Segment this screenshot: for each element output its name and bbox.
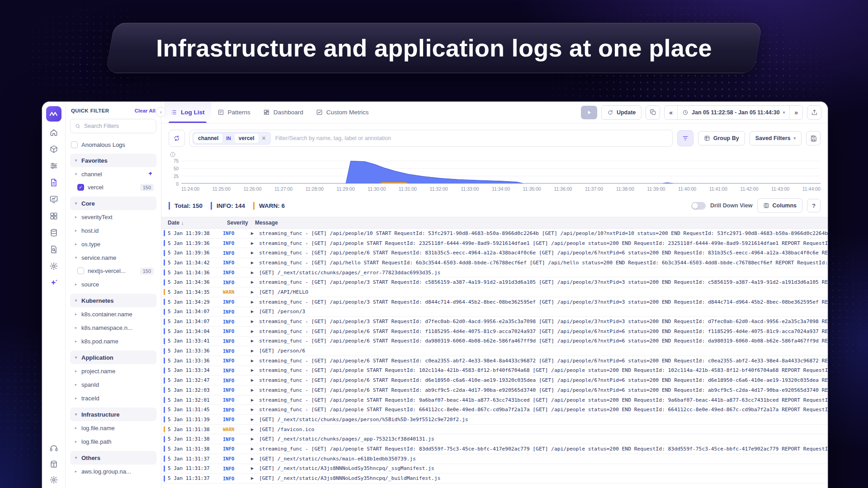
play-button[interactable] <box>581 106 597 119</box>
log-row[interactable]: 5 Jan 11:31:37INFO▶[GET] /_next/static/A… <box>161 464 828 474</box>
tab-dashboard[interactable]: Dashboard <box>257 102 310 123</box>
log-row[interactable]: 5 Jan 11:34:36INFO▶streaming_func - [GET… <box>161 277 828 287</box>
expand-row-icon[interactable]: ▶ <box>251 241 259 245</box>
log-row[interactable]: 5 Jan 11:39:36INFO▶streaming_func - [GET… <box>161 239 828 249</box>
log-row[interactable]: 5 Jan 11:31:37INFO▶[GET] /_next/static/c… <box>161 454 828 464</box>
expand-row-icon[interactable]: ▶ <box>251 339 259 343</box>
expand-row-icon[interactable]: ▶ <box>251 476 259 480</box>
filter-field-channel[interactable]: ▾channel <box>70 167 156 181</box>
expand-row-icon[interactable]: ▶ <box>251 437 259 441</box>
filter-chip-operator[interactable]: IN <box>222 134 235 142</box>
clear-all-link[interactable]: Clear All <box>135 108 156 113</box>
ai-sparkle-icon[interactable] <box>49 278 58 287</box>
help-button[interactable]: ? <box>807 199 821 212</box>
log-row[interactable]: 5 Jan 11:33:41INFO▶streaming_func - [GET… <box>161 337 828 347</box>
time-shift-back-button[interactable]: « <box>665 106 677 119</box>
filter-option-nextjs-vercel-[interactable]: nextjs-vercel...150 <box>70 264 156 277</box>
expand-row-icon[interactable]: ▶ <box>251 349 259 353</box>
expand-row-icon[interactable]: ▶ <box>251 457 259 461</box>
filter-section-infrastructure[interactable]: ▾Infrastructure <box>70 408 156 421</box>
date-column-header[interactable]: Date <box>168 220 179 226</box>
expand-row-icon[interactable]: ▶ <box>251 300 259 304</box>
expand-row-icon[interactable]: ▶ <box>251 329 259 333</box>
tab-log-list[interactable]: Log List <box>164 102 211 123</box>
settings-bottom-icon[interactable] <box>49 475 58 484</box>
home-icon[interactable] <box>49 128 58 137</box>
log-row[interactable]: 5 Jan 11:33:36INFO▶streaming_func - [GET… <box>161 356 828 366</box>
expand-row-icon[interactable]: ▶ <box>251 310 259 314</box>
columns-button[interactable]: Columns <box>757 198 802 213</box>
support-icon[interactable] <box>49 444 58 453</box>
filter-chip-value[interactable]: vercel <box>235 134 259 143</box>
log-row[interactable]: 5 Jan 11:34:35WARN▶[GET] /API/HELLO <box>161 287 828 297</box>
filter-field-service-name[interactable]: ▾service.name <box>70 251 156 264</box>
drill-down-toggle[interactable] <box>691 202 706 210</box>
log-row[interactable]: 5 Jan 11:34:04INFO▶streaming_func - [GET… <box>161 327 828 337</box>
anomalous-logs-checkbox[interactable] <box>71 141 78 148</box>
expand-row-icon[interactable]: ▶ <box>251 466 259 470</box>
middleware-logo[interactable] <box>46 106 61 122</box>
log-row[interactable]: 5 Jan 11:39:36INFO▶streaming_func - [GET… <box>161 248 828 258</box>
option-checkbox[interactable]: ✓ <box>77 184 84 191</box>
filter-field-k8s-container-name[interactable]: ▸k8s.container.name <box>70 307 156 321</box>
log-row[interactable]: 5 Jan 11:32:01INFO▶streaming_func - [GET… <box>161 395 828 405</box>
filter-chip-remove-icon[interactable]: ✕ <box>259 135 269 141</box>
panel-collapse-button[interactable]: ‹ <box>156 107 166 117</box>
expand-row-icon[interactable]: ▶ <box>251 378 259 382</box>
filter-section-kubernetes[interactable]: ▾Kubernetes <box>70 294 156 307</box>
log-row[interactable]: 5 Jan 11:32:03INFO▶streaming_func - [GET… <box>161 385 828 395</box>
filter-field-k8s-pod-name[interactable]: ▸k8s.pod.name <box>70 334 156 348</box>
log-row[interactable]: 5 Jan 11:31:38WARN▶[GET] /favicon.ico <box>161 425 828 435</box>
log-search-bar[interactable]: channel IN vercel ✕ Filter/Search by nam… <box>189 130 673 147</box>
severity-column-header[interactable]: Severity <box>227 220 255 226</box>
expand-row-icon[interactable]: ▶ <box>251 290 259 294</box>
infrastructure-icon[interactable] <box>49 145 58 154</box>
expand-row-icon[interactable]: ▶ <box>251 271 259 275</box>
expand-row-icon[interactable]: ▶ <box>251 447 259 451</box>
filter-field-severitytext[interactable]: ▸severityText <box>70 210 156 224</box>
copy-button[interactable] <box>646 105 660 120</box>
filter-field-os-type[interactable]: ▸os.type <box>70 237 156 251</box>
export-button[interactable] <box>807 105 821 120</box>
database-icon[interactable] <box>49 228 58 237</box>
chart-plot-area[interactable] <box>181 160 821 184</box>
log-row[interactable]: 5 Jan 11:34:42INFO▶streaming_func - [GET… <box>161 258 828 268</box>
settings-icon[interactable] <box>49 262 58 271</box>
filter-field-log-file-path[interactable]: ▸log.file.path <box>70 435 156 448</box>
pin-icon[interactable] <box>147 171 153 177</box>
log-row[interactable]: 5 Jan 11:34:29INFO▶streaming_func - [GET… <box>161 297 828 307</box>
log-row[interactable]: 5 Jan 11:33:36INFO▶[GET] /person/6 <box>161 346 828 356</box>
log-row[interactable]: 5 Jan 11:39:38INFO▶streaming_func - [GET… <box>161 229 828 239</box>
sort-descending-icon[interactable]: ↓ <box>181 220 184 225</box>
saved-filters-button[interactable]: Saved Filters ▾ <box>750 131 802 145</box>
filter-chip-key[interactable]: channel <box>194 134 222 143</box>
integrations-icon[interactable] <box>49 460 58 469</box>
tab-custom-metrics[interactable]: Custom Metrics <box>310 102 375 123</box>
log-row[interactable]: 5 Jan 11:31:39INFO▶[GET] /_next/static/c… <box>161 415 828 425</box>
query-refresh-button[interactable] <box>169 130 185 147</box>
log-row[interactable]: 5 Jan 11:34:07INFO▶[GET] /person/3 <box>161 307 828 317</box>
log-row[interactable]: 5 Jan 11:31:45INFO▶streaming_func - [GET… <box>161 405 828 415</box>
log-row[interactable]: 5 Jan 11:34:07INFO▶streaming_func - [GET… <box>161 317 828 327</box>
log-row[interactable]: 5 Jan 11:34:36INFO▶[GET] /_next/static/c… <box>161 268 828 278</box>
time-range-dropdown[interactable]: Jan 05 11:22:58 - Jan 05 11:44:30 ▾ <box>677 106 789 119</box>
filter-field-k8s-namespace-n-[interactable]: ▸k8s.namespace.n... <box>70 321 156 334</box>
expand-row-icon[interactable]: ▶ <box>251 359 259 363</box>
filter-section-application[interactable]: ▾Application <box>70 351 156 364</box>
expand-row-icon[interactable]: ▶ <box>251 231 259 235</box>
save-filter-button[interactable] <box>806 131 821 145</box>
time-shift-forward-button[interactable]: » <box>789 106 802 119</box>
filter-field-host-id[interactable]: ▸host.id <box>70 224 156 237</box>
filter-section-others[interactable]: ▾Others <box>70 451 156 465</box>
doc-search-icon[interactable] <box>49 245 58 254</box>
apm-icon[interactable] <box>49 195 58 204</box>
log-row[interactable]: 5 Jan 11:31:37INFO▶[GET] /_next/static/A… <box>161 474 828 483</box>
filter-field-log-file-name[interactable]: ▸log.file.name <box>70 421 156 435</box>
filter-field-project-name[interactable]: ▸project.name <box>70 364 156 378</box>
log-row[interactable]: 5 Jan 11:33:34INFO▶streaming_func - [GET… <box>161 366 828 376</box>
dashboards-icon[interactable] <box>49 211 58 221</box>
filter-field-traceid[interactable]: ▸traceId <box>70 391 156 405</box>
group-by-button[interactable]: Group By <box>698 131 745 145</box>
log-row[interactable]: 5 Jan 11:32:47INFO▶streaming_func - [GET… <box>161 375 828 385</box>
filter-section-core[interactable]: ▾Core <box>70 197 156 210</box>
